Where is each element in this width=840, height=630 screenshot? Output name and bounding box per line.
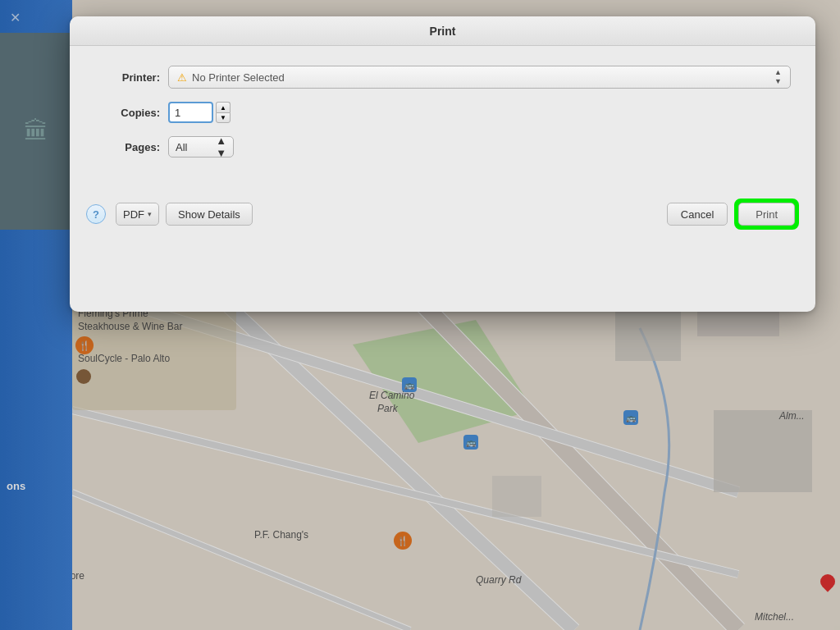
copies-stepper: ▲ ▼ xyxy=(216,102,231,123)
pages-select[interactable]: All ▲ ▼ xyxy=(168,136,234,158)
dialog-body: Printer: ⚠ No Printer Selected ▲ ▼ Copie… xyxy=(70,46,815,187)
print-button[interactable]: Print xyxy=(738,203,795,226)
pdf-label: PDF xyxy=(123,208,144,221)
printer-arrow-down: ▼ xyxy=(774,77,782,86)
printer-stepper[interactable]: ▲ ▼ xyxy=(774,68,782,86)
pages-row: Pages: All ▲ ▼ xyxy=(94,136,791,158)
printer-row: Printer: ⚠ No Printer Selected ▲ ▼ xyxy=(94,66,791,89)
pdf-button[interactable]: PDF ▾ xyxy=(116,203,159,226)
pdf-arrow-icon: ▾ xyxy=(148,210,152,218)
print-button-highlight: Print xyxy=(734,199,799,230)
copies-decrement[interactable]: ▼ xyxy=(216,112,231,123)
pages-arrow-down: ▼ xyxy=(216,147,226,159)
help-button[interactable]: ? xyxy=(86,204,106,224)
printer-name-text: No Printer Selected xyxy=(192,71,769,84)
pages-label: Pages: xyxy=(94,141,160,153)
dialog-title: Print xyxy=(70,16,815,46)
cancel-button[interactable]: Cancel xyxy=(667,203,728,226)
copies-input-wrap: ▲ ▼ xyxy=(168,102,231,123)
printer-select[interactable]: ⚠ No Printer Selected ▲ ▼ xyxy=(168,66,791,89)
print-dialog: Print Printer: ⚠ No Printer Selected ▲ ▼… xyxy=(70,16,815,312)
copies-row: Copies: ▲ ▼ xyxy=(94,102,791,123)
dialog-actions: ? PDF ▾ Show Details Cancel Print xyxy=(70,187,815,244)
printer-arrow-up: ▲ xyxy=(774,68,782,77)
copies-increment[interactable]: ▲ xyxy=(216,102,231,112)
printer-warning-icon: ⚠ xyxy=(177,71,187,84)
copies-input[interactable] xyxy=(168,102,213,123)
pages-arrow-up: ▲ xyxy=(216,135,226,147)
copies-label: Copies: xyxy=(94,107,160,119)
show-details-button[interactable]: Show Details xyxy=(166,203,253,226)
pages-value-text: All xyxy=(176,141,212,153)
printer-label: Printer: xyxy=(94,71,160,84)
